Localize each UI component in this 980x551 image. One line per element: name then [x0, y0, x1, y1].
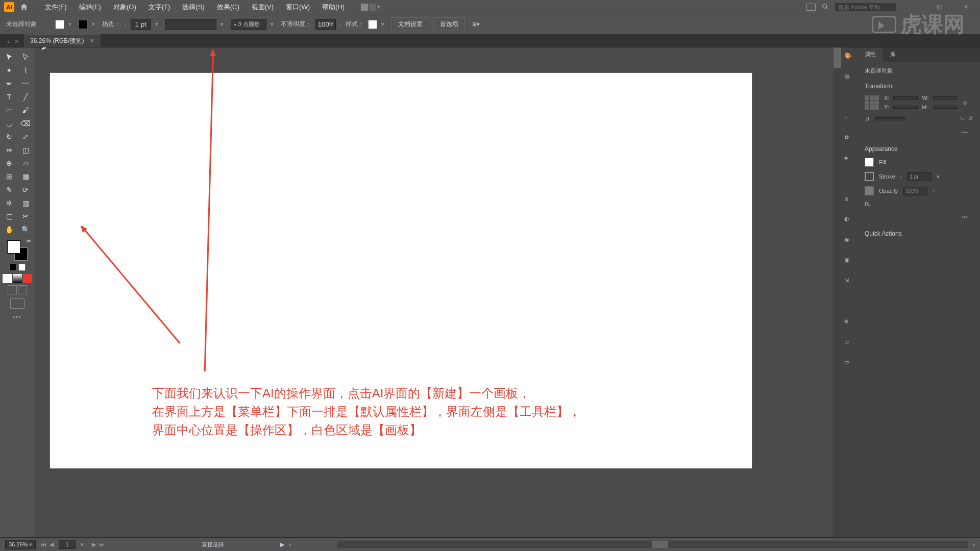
y-input[interactable] [893, 106, 918, 109]
canvas-area[interactable]: ➤ 下面我们来认识一下AI的操作界面，点击AI界面的【新建】一个画板， 在界面上… [35, 47, 841, 537]
color-panel-icon[interactable]: 🎨 [844, 53, 854, 63]
brush-selector[interactable] [165, 19, 216, 30]
opacity-input[interactable] [315, 19, 336, 30]
menu-help[interactable]: 帮助(H) [316, 1, 351, 14]
artboards-panel-icon[interactable]: ▭ [844, 359, 854, 369]
screen-mode-icon[interactable] [10, 298, 24, 309]
vertical-scrollbar[interactable] [834, 47, 841, 537]
menu-select[interactable]: 选择(S) [176, 1, 210, 14]
appearance-panel-icon[interactable]: ◉ [844, 236, 854, 246]
gradient-tool[interactable]: ▦ [18, 171, 33, 182]
stroke-color-swatch[interactable] [865, 172, 874, 181]
width-tool[interactable]: ⇔ [2, 144, 16, 156]
fill-color-swatch[interactable] [865, 158, 874, 167]
selection-tool[interactable] [2, 52, 16, 63]
restore-icon[interactable]: ◱ [929, 4, 949, 10]
next-artboard-icon[interactable]: ▶ [92, 541, 96, 548]
tab-arrow-icon[interactable]: « [7, 38, 10, 45]
menu-type[interactable]: 文字(T) [142, 1, 177, 14]
graphic-styles-panel-icon[interactable]: ▣ [844, 257, 854, 267]
stroke-panel-icon[interactable]: ≡ [844, 114, 854, 124]
align-panel-icon[interactable]: ≣ [844, 195, 854, 206]
line-tool[interactable]: ╱ [18, 91, 33, 103]
zoom-tool[interactable]: 🔍 [18, 224, 33, 235]
close-icon[interactable]: ✕ [955, 4, 976, 10]
curvature-tool[interactable]: 〰 [18, 78, 33, 89]
preferences-button[interactable]: 首选项 [433, 17, 465, 31]
h-input[interactable] [933, 106, 958, 109]
gradient-mode-icon[interactable] [13, 274, 22, 283]
symbols-panel-icon[interactable]: ♣ [844, 155, 854, 165]
swatches-panel-icon[interactable]: ▤ [844, 73, 854, 83]
horizontal-scrollbar[interactable] [337, 541, 968, 548]
search-input[interactable] [835, 3, 896, 11]
home-icon[interactable] [19, 3, 29, 12]
blend-tool[interactable]: ⟳ [18, 184, 33, 195]
slice-tool[interactable]: ✂ [18, 211, 33, 222]
eraser-tool[interactable]: ⌫ [18, 118, 33, 129]
draw-normal-icon[interactable] [8, 285, 17, 294]
rotate-tool[interactable]: ↻ [2, 131, 16, 142]
lasso-tool[interactable]: ⌇ [18, 65, 33, 76]
zoom-select[interactable]: 36.26% ▾ [5, 540, 36, 549]
libraries-panel-icon[interactable]: ⊡ [844, 338, 854, 348]
search-icon[interactable] [822, 3, 829, 11]
paintbrush-tool[interactable]: 🖌 [18, 105, 33, 116]
stroke-profile[interactable]: •3 点圆形 [231, 19, 266, 30]
status-play-icon[interactable]: ▶ [280, 541, 284, 548]
eyedropper-tool[interactable]: ✎ [2, 184, 16, 195]
reference-point[interactable] [865, 95, 879, 110]
style-swatch[interactable] [368, 20, 377, 29]
magic-wand-tool[interactable]: ✦ [2, 65, 16, 76]
pen-tool[interactable]: ✒ [2, 78, 16, 89]
free-transform-tool[interactable]: ◫ [18, 144, 33, 156]
stroke-swatch[interactable] [79, 20, 88, 29]
artboard[interactable]: 下面我们来认识一下AI的操作界面，点击AI界面的【新建】一个画板， 在界面上方是… [50, 73, 752, 468]
tab-properties[interactable]: 属性 [857, 47, 883, 62]
panel-stroke-input[interactable]: 1 pt [907, 172, 932, 181]
menu-window[interactable]: 窗口(W) [280, 1, 316, 14]
shape-builder-tool[interactable]: ⊕ [2, 158, 16, 169]
brushes-panel-icon[interactable]: ✿ [844, 134, 854, 144]
artboard-tool[interactable]: ▢ [2, 211, 16, 222]
edit-toolbar-icon[interactable]: ••• [13, 314, 22, 320]
fill-swatch[interactable] [55, 20, 64, 29]
last-artboard-icon[interactable]: ⏭ [99, 541, 105, 548]
column-graph-tool[interactable]: ▥ [18, 197, 33, 209]
asset-export-panel-icon[interactable]: ⇲ [844, 277, 854, 287]
none-mode-icon[interactable] [23, 274, 32, 283]
x-input[interactable] [893, 96, 918, 99]
flip-h-icon[interactable]: ⇋ [960, 115, 964, 122]
menu-effect[interactable]: 效果(C) [211, 1, 246, 14]
appearance-more-icon[interactable]: ••• [957, 212, 973, 222]
transparency-panel-icon[interactable]: ◐ [844, 216, 854, 226]
stroke-weight-input[interactable] [131, 19, 151, 30]
artboard-number-input[interactable]: 1 [59, 540, 75, 549]
menu-view[interactable]: 视图(V) [246, 1, 280, 14]
tab-close-all-icon[interactable]: ✕ [14, 38, 19, 45]
draw-behind-icon[interactable] [18, 285, 27, 294]
hand-tool[interactable]: ✋ [2, 224, 16, 235]
w-input[interactable] [933, 96, 958, 99]
fx-label[interactable]: fx. [865, 201, 973, 207]
perspective-tool[interactable]: ▱ [18, 158, 33, 169]
minimize-icon[interactable]: — [902, 4, 923, 10]
document-tab[interactable]: 36.26% (RGB/预览) ✕ [24, 34, 100, 47]
layers-panel-icon[interactable]: ◈ [844, 318, 854, 328]
tab-libraries[interactable]: 库 [883, 47, 903, 62]
link-wh-icon[interactable]: ⊘ [963, 99, 967, 106]
mesh-tool[interactable]: ⊞ [2, 171, 16, 182]
shaper-tool[interactable]: ◡ [2, 118, 16, 129]
document-setup-button[interactable]: 文档设置 [391, 17, 429, 31]
direct-selection-tool[interactable] [18, 52, 33, 63]
fill-stroke-swatch[interactable]: ⇄ [7, 240, 28, 261]
symbol-sprayer-tool[interactable]: ✲ [2, 197, 16, 209]
arrange-icon[interactable] [806, 4, 816, 11]
menu-object[interactable]: 对象(O) [107, 1, 142, 14]
type-tool[interactable]: T [2, 91, 16, 103]
flip-v-icon[interactable]: ⇵ [968, 115, 973, 122]
angle-input[interactable] [875, 117, 905, 120]
rectangle-tool[interactable]: ▭ [2, 105, 16, 116]
transform-more-icon[interactable]: ••• [957, 127, 973, 137]
prev-artboard-icon[interactable]: ◀ [50, 541, 54, 548]
